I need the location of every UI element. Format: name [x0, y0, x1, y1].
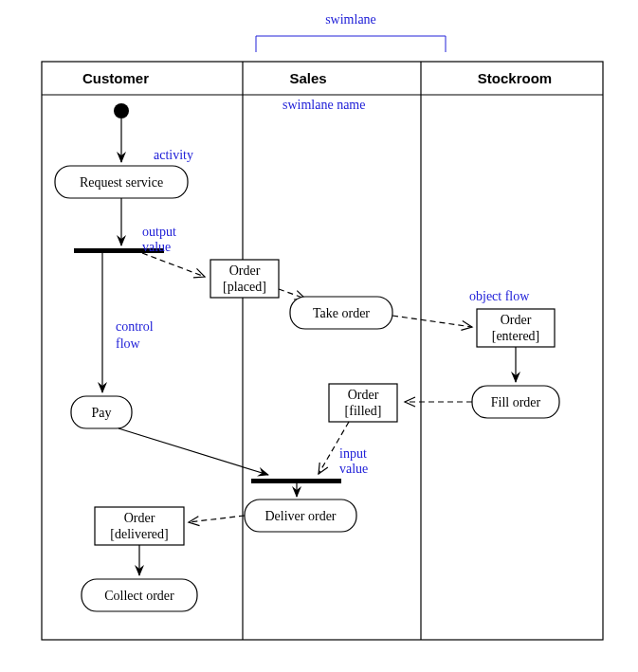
annotation-object-flow: object flow — [469, 289, 530, 303]
svg-text:Deliver order: Deliver order — [264, 509, 336, 523]
swimlane-frame — [42, 62, 603, 640]
annotation-swimlane-name: swimlane name — [283, 98, 365, 112]
lane-header-customer: Customer — [82, 70, 149, 86]
svg-text:Order: Order — [124, 511, 155, 525]
objflow-fork-to-order-placed — [142, 253, 205, 277]
activity-take-order: Take order — [290, 297, 392, 329]
activity-collect-order: Collect order — [82, 579, 197, 611]
svg-text:[entered]: [entered] — [492, 329, 540, 343]
objflow-deliver-to-delivered — [189, 516, 245, 522]
objflow-takeorder-to-entered — [392, 316, 472, 327]
annotation-output-value-2: value — [142, 240, 171, 254]
annotation-input-value-1: input — [339, 446, 367, 461]
object-order-filled: Order [filled] — [329, 384, 397, 422]
object-order-entered: Order [entered] — [477, 309, 555, 347]
lane-header-stockroom: Stockroom — [478, 70, 552, 86]
annotation-control-flow-1: control — [116, 319, 154, 334]
activity-deliver-order: Deliver order — [245, 499, 356, 532]
activity-diagram: swimlane Customer Sales Stockroom swimla… — [0, 0, 638, 672]
flow-pay-to-join — [118, 428, 268, 475]
svg-text:[delivered]: [delivered] — [110, 527, 168, 541]
svg-text:Order: Order — [348, 388, 379, 402]
annotation-activity: activity — [154, 148, 193, 162]
activity-fill-order: Fill order — [472, 386, 559, 418]
object-order-delivered: Order [delivered] — [95, 507, 184, 545]
annotation-swimlane: swimlane — [325, 12, 376, 27]
swimlane-bracket — [256, 36, 446, 52]
annotation-control-flow-2: flow — [116, 336, 141, 351]
svg-text:Order: Order — [229, 263, 261, 278]
annotation-input-value-2: value — [339, 462, 368, 476]
activity-pay: Pay — [71, 396, 132, 428]
svg-text:Pay: Pay — [92, 406, 112, 420]
svg-text:Take order: Take order — [313, 306, 370, 320]
svg-text:Request service: Request service — [80, 175, 163, 190]
svg-text:Collect order: Collect order — [104, 589, 174, 603]
svg-text:[filled]: [filled] — [345, 404, 382, 418]
join-bar-2 — [251, 479, 341, 483]
svg-rect-0 — [42, 62, 603, 640]
svg-text:Order: Order — [501, 313, 532, 327]
svg-text:[placed]: [placed] — [223, 280, 266, 294]
annotation-output-value-1: output — [142, 225, 176, 239]
lane-header-sales: Sales — [289, 70, 326, 86]
activity-request-service: Request service — [55, 166, 188, 198]
object-order-placed: Order [placed] — [210, 260, 279, 298]
initial-node — [114, 103, 129, 118]
svg-text:Fill order: Fill order — [491, 395, 541, 409]
